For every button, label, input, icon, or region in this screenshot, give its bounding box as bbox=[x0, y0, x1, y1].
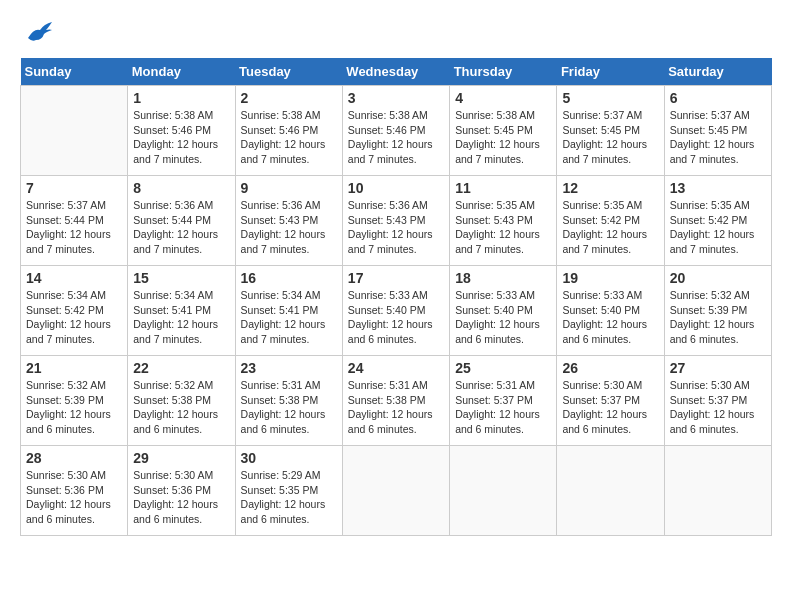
cell-info: Sunrise: 5:34 AM Sunset: 5:41 PM Dayligh… bbox=[133, 288, 229, 347]
cell-info: Sunrise: 5:33 AM Sunset: 5:40 PM Dayligh… bbox=[348, 288, 444, 347]
calendar-cell: 12Sunrise: 5:35 AM Sunset: 5:42 PM Dayli… bbox=[557, 176, 664, 266]
calendar-cell: 1Sunrise: 5:38 AM Sunset: 5:46 PM Daylig… bbox=[128, 86, 235, 176]
calendar-cell: 13Sunrise: 5:35 AM Sunset: 5:42 PM Dayli… bbox=[664, 176, 771, 266]
calendar-body: 1Sunrise: 5:38 AM Sunset: 5:46 PM Daylig… bbox=[21, 86, 772, 536]
day-number: 21 bbox=[26, 360, 122, 376]
calendar-cell bbox=[21, 86, 128, 176]
cell-info: Sunrise: 5:38 AM Sunset: 5:46 PM Dayligh… bbox=[348, 108, 444, 167]
calendar-cell: 9Sunrise: 5:36 AM Sunset: 5:43 PM Daylig… bbox=[235, 176, 342, 266]
calendar-cell: 6Sunrise: 5:37 AM Sunset: 5:45 PM Daylig… bbox=[664, 86, 771, 176]
calendar-cell: 18Sunrise: 5:33 AM Sunset: 5:40 PM Dayli… bbox=[450, 266, 557, 356]
day-number: 26 bbox=[562, 360, 658, 376]
cell-info: Sunrise: 5:32 AM Sunset: 5:39 PM Dayligh… bbox=[26, 378, 122, 437]
header-row: SundayMondayTuesdayWednesdayThursdayFrid… bbox=[21, 58, 772, 86]
header-day-friday: Friday bbox=[557, 58, 664, 86]
calendar-cell: 28Sunrise: 5:30 AM Sunset: 5:36 PM Dayli… bbox=[21, 446, 128, 536]
week-row-3: 21Sunrise: 5:32 AM Sunset: 5:39 PM Dayli… bbox=[21, 356, 772, 446]
calendar-cell: 8Sunrise: 5:36 AM Sunset: 5:44 PM Daylig… bbox=[128, 176, 235, 266]
day-number: 13 bbox=[670, 180, 766, 196]
header-day-wednesday: Wednesday bbox=[342, 58, 449, 86]
cell-info: Sunrise: 5:32 AM Sunset: 5:38 PM Dayligh… bbox=[133, 378, 229, 437]
calendar-cell: 23Sunrise: 5:31 AM Sunset: 5:38 PM Dayli… bbox=[235, 356, 342, 446]
calendar-cell: 27Sunrise: 5:30 AM Sunset: 5:37 PM Dayli… bbox=[664, 356, 771, 446]
day-number: 27 bbox=[670, 360, 766, 376]
logo-bird-icon bbox=[26, 20, 54, 42]
cell-info: Sunrise: 5:30 AM Sunset: 5:37 PM Dayligh… bbox=[562, 378, 658, 437]
cell-info: Sunrise: 5:35 AM Sunset: 5:42 PM Dayligh… bbox=[562, 198, 658, 257]
cell-info: Sunrise: 5:30 AM Sunset: 5:37 PM Dayligh… bbox=[670, 378, 766, 437]
cell-info: Sunrise: 5:35 AM Sunset: 5:43 PM Dayligh… bbox=[455, 198, 551, 257]
day-number: 4 bbox=[455, 90, 551, 106]
calendar-cell: 20Sunrise: 5:32 AM Sunset: 5:39 PM Dayli… bbox=[664, 266, 771, 356]
week-row-0: 1Sunrise: 5:38 AM Sunset: 5:46 PM Daylig… bbox=[21, 86, 772, 176]
calendar-cell bbox=[342, 446, 449, 536]
cell-info: Sunrise: 5:31 AM Sunset: 5:37 PM Dayligh… bbox=[455, 378, 551, 437]
cell-info: Sunrise: 5:38 AM Sunset: 5:45 PM Dayligh… bbox=[455, 108, 551, 167]
cell-info: Sunrise: 5:32 AM Sunset: 5:39 PM Dayligh… bbox=[670, 288, 766, 347]
calendar-cell: 22Sunrise: 5:32 AM Sunset: 5:38 PM Dayli… bbox=[128, 356, 235, 446]
day-number: 9 bbox=[241, 180, 337, 196]
day-number: 17 bbox=[348, 270, 444, 286]
header-day-tuesday: Tuesday bbox=[235, 58, 342, 86]
cell-info: Sunrise: 5:35 AM Sunset: 5:42 PM Dayligh… bbox=[670, 198, 766, 257]
header-day-sunday: Sunday bbox=[21, 58, 128, 86]
day-number: 5 bbox=[562, 90, 658, 106]
cell-info: Sunrise: 5:37 AM Sunset: 5:45 PM Dayligh… bbox=[562, 108, 658, 167]
calendar-cell: 29Sunrise: 5:30 AM Sunset: 5:36 PM Dayli… bbox=[128, 446, 235, 536]
cell-info: Sunrise: 5:37 AM Sunset: 5:45 PM Dayligh… bbox=[670, 108, 766, 167]
calendar-header: SundayMondayTuesdayWednesdayThursdayFrid… bbox=[21, 58, 772, 86]
calendar-cell: 3Sunrise: 5:38 AM Sunset: 5:46 PM Daylig… bbox=[342, 86, 449, 176]
cell-info: Sunrise: 5:31 AM Sunset: 5:38 PM Dayligh… bbox=[348, 378, 444, 437]
day-number: 10 bbox=[348, 180, 444, 196]
cell-info: Sunrise: 5:34 AM Sunset: 5:42 PM Dayligh… bbox=[26, 288, 122, 347]
calendar-cell: 7Sunrise: 5:37 AM Sunset: 5:44 PM Daylig… bbox=[21, 176, 128, 266]
calendar-cell: 25Sunrise: 5:31 AM Sunset: 5:37 PM Dayli… bbox=[450, 356, 557, 446]
header-day-monday: Monday bbox=[128, 58, 235, 86]
day-number: 25 bbox=[455, 360, 551, 376]
day-number: 7 bbox=[26, 180, 122, 196]
calendar-cell: 19Sunrise: 5:33 AM Sunset: 5:40 PM Dayli… bbox=[557, 266, 664, 356]
day-number: 15 bbox=[133, 270, 229, 286]
calendar-cell: 15Sunrise: 5:34 AM Sunset: 5:41 PM Dayli… bbox=[128, 266, 235, 356]
calendar-cell: 16Sunrise: 5:34 AM Sunset: 5:41 PM Dayli… bbox=[235, 266, 342, 356]
day-number: 28 bbox=[26, 450, 122, 466]
day-number: 6 bbox=[670, 90, 766, 106]
calendar-cell bbox=[664, 446, 771, 536]
day-number: 24 bbox=[348, 360, 444, 376]
calendar-cell: 5Sunrise: 5:37 AM Sunset: 5:45 PM Daylig… bbox=[557, 86, 664, 176]
week-row-4: 28Sunrise: 5:30 AM Sunset: 5:36 PM Dayli… bbox=[21, 446, 772, 536]
calendar-cell: 21Sunrise: 5:32 AM Sunset: 5:39 PM Dayli… bbox=[21, 356, 128, 446]
calendar-cell bbox=[557, 446, 664, 536]
day-number: 19 bbox=[562, 270, 658, 286]
calendar-cell bbox=[450, 446, 557, 536]
cell-info: Sunrise: 5:34 AM Sunset: 5:41 PM Dayligh… bbox=[241, 288, 337, 347]
cell-info: Sunrise: 5:36 AM Sunset: 5:43 PM Dayligh… bbox=[241, 198, 337, 257]
cell-info: Sunrise: 5:30 AM Sunset: 5:36 PM Dayligh… bbox=[133, 468, 229, 527]
cell-info: Sunrise: 5:38 AM Sunset: 5:46 PM Dayligh… bbox=[133, 108, 229, 167]
calendar-cell: 2Sunrise: 5:38 AM Sunset: 5:46 PM Daylig… bbox=[235, 86, 342, 176]
calendar-table: SundayMondayTuesdayWednesdayThursdayFrid… bbox=[20, 58, 772, 536]
calendar-cell: 4Sunrise: 5:38 AM Sunset: 5:45 PM Daylig… bbox=[450, 86, 557, 176]
header-day-thursday: Thursday bbox=[450, 58, 557, 86]
day-number: 30 bbox=[241, 450, 337, 466]
day-number: 11 bbox=[455, 180, 551, 196]
calendar-cell: 10Sunrise: 5:36 AM Sunset: 5:43 PM Dayli… bbox=[342, 176, 449, 266]
day-number: 18 bbox=[455, 270, 551, 286]
page-header bbox=[20, 20, 772, 42]
day-number: 12 bbox=[562, 180, 658, 196]
week-row-1: 7Sunrise: 5:37 AM Sunset: 5:44 PM Daylig… bbox=[21, 176, 772, 266]
header-day-saturday: Saturday bbox=[664, 58, 771, 86]
cell-info: Sunrise: 5:36 AM Sunset: 5:43 PM Dayligh… bbox=[348, 198, 444, 257]
cell-info: Sunrise: 5:33 AM Sunset: 5:40 PM Dayligh… bbox=[455, 288, 551, 347]
day-number: 2 bbox=[241, 90, 337, 106]
cell-info: Sunrise: 5:37 AM Sunset: 5:44 PM Dayligh… bbox=[26, 198, 122, 257]
day-number: 1 bbox=[133, 90, 229, 106]
day-number: 3 bbox=[348, 90, 444, 106]
day-number: 16 bbox=[241, 270, 337, 286]
week-row-2: 14Sunrise: 5:34 AM Sunset: 5:42 PM Dayli… bbox=[21, 266, 772, 356]
calendar-cell: 30Sunrise: 5:29 AM Sunset: 5:35 PM Dayli… bbox=[235, 446, 342, 536]
calendar-cell: 26Sunrise: 5:30 AM Sunset: 5:37 PM Dayli… bbox=[557, 356, 664, 446]
day-number: 20 bbox=[670, 270, 766, 286]
day-number: 8 bbox=[133, 180, 229, 196]
calendar-cell: 24Sunrise: 5:31 AM Sunset: 5:38 PM Dayli… bbox=[342, 356, 449, 446]
